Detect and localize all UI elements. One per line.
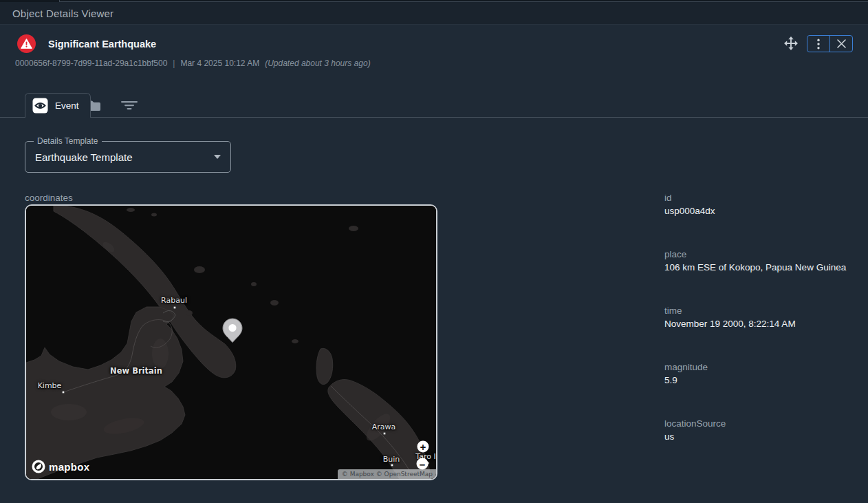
object-id: 0000656f-8799-7d99-11ad-29a1c1bbf500: [15, 58, 167, 68]
mapbox-logo-text: mapbox: [49, 461, 89, 473]
earthquake-alert-badge: [17, 34, 36, 53]
window-title: Object Details Viewer: [12, 8, 113, 19]
field-id: id usp000a4dx: [664, 193, 857, 216]
details-template-select[interactable]: Details Template Earthquake Template: [25, 141, 231, 173]
kebab-menu-icon: [817, 39, 820, 50]
more-options-button[interactable]: [807, 36, 829, 52]
mapbox-logo[interactable]: mapbox: [32, 460, 89, 473]
map-label-arawa: Arawa: [372, 422, 396, 431]
field-magnitude-label: magnitude: [664, 362, 857, 372]
object-timestamp: Mar 4 2025 10:12 AM: [180, 58, 259, 68]
window-titlebar: Object Details Viewer: [0, 2, 868, 25]
coordinates-field-label: coordinates: [25, 193, 73, 203]
map-zoom-in-button[interactable]: +: [417, 441, 429, 453]
field-location-source-label: locationSource: [664, 418, 857, 429]
tab-filter[interactable]: [116, 93, 143, 118]
field-time: time November 19 2000, 8:22:14 AM: [664, 306, 857, 329]
subtitle-separator: |: [173, 58, 175, 68]
map-label-rabaul: Rabaul: [161, 296, 187, 305]
earthquake-location-pin[interactable]: [222, 318, 243, 343]
map-zoom-out-button[interactable]: −: [417, 458, 428, 470]
object-details-viewer-window: Object Details Viewer Significant Earthq…: [0, 0, 868, 503]
field-place-label: place: [664, 249, 857, 259]
object-title: Significant Earthquake: [48, 39, 156, 50]
tab-event[interactable]: Event: [25, 93, 91, 118]
filter-lines-icon: [121, 100, 138, 110]
field-location-source-value: us: [664, 431, 857, 442]
field-magnitude: magnitude 5.9: [664, 362, 857, 385]
details-template-value: Earthquake Template: [35, 151, 214, 163]
field-id-label: id: [664, 193, 857, 203]
field-location-source: locationSource us: [664, 418, 857, 442]
warning-triangle-icon: [21, 39, 32, 49]
map-dot-buin: [391, 464, 394, 467]
field-id-value: usp000a4dx: [664, 206, 857, 216]
updated-note: (Updated about 3 hours ago): [265, 58, 370, 68]
map-dot-kimbe: [62, 391, 65, 394]
details-template-label: Details Template: [34, 136, 102, 146]
tab-bar: Event: [0, 93, 868, 118]
field-time-value: November 19 2000, 8:22:14 AM: [664, 319, 857, 329]
field-place-value: 106 km ESE of Kokopo, Papua New Guinea: [664, 262, 857, 272]
coordinates-map[interactable]: Rabaul New Britain Kimbe Arawa Buin Taro…: [25, 204, 437, 480]
move-window-button[interactable]: [783, 36, 799, 51]
map-label-buin: Buin: [383, 455, 400, 464]
field-time-label: time: [664, 306, 857, 316]
map-label-kimbe: Kimbe: [38, 381, 62, 390]
window-action-group: [807, 35, 853, 52]
map-attribution[interactable]: © Mapbox © OpenStreetMap: [338, 469, 436, 479]
close-icon: [837, 39, 846, 48]
field-place: place 106 km ESE of Kokopo, Papua New Gu…: [664, 249, 857, 272]
map-label-new-britain: New Britain: [110, 366, 162, 376]
chevron-down-icon: [214, 155, 221, 159]
eye-badge-icon: [32, 98, 48, 114]
arrows-move-icon: [784, 36, 798, 50]
map-dot-arawa: [383, 432, 387, 436]
object-subtitle: 0000656f-8799-7d99-11ad-29a1c1bbf500 | M…: [15, 58, 371, 68]
tab-event-label: Event: [55, 100, 79, 111]
field-magnitude-value: 5.9: [664, 375, 857, 385]
map-dot-rabaul: [173, 306, 177, 310]
mapbox-logo-icon: [32, 460, 45, 473]
close-button[interactable]: [829, 36, 852, 52]
